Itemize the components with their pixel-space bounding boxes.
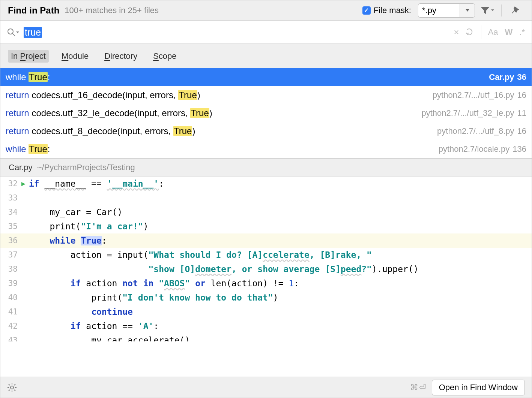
line-number: 40 — [0, 290, 21, 305]
code-line: 38 "show [O]dometer, or show average [S]… — [0, 262, 532, 276]
line-number: 38 — [0, 262, 21, 276]
search-history-button[interactable] — [7, 28, 19, 36]
file-mask-label: File mask: — [374, 6, 411, 15]
file-mask-dropdown-button[interactable] — [460, 4, 475, 17]
code-text: "show [O]dometer, or show average [S]pee… — [29, 262, 419, 276]
code-text: my_car.accelerate() — [29, 333, 190, 341]
match-count: 100+ matches in 25+ files — [65, 6, 159, 15]
run-gutter-icon[interactable]: ▶ — [21, 177, 29, 191]
code-text: continue — [29, 305, 133, 319]
scope-tabs: In ProjectModuleDirectoryScope — [0, 44, 532, 68]
line-number: 36 — [0, 233, 21, 248]
result-text: while True: — [6, 72, 489, 82]
result-text: while True: — [6, 144, 439, 154]
keyboard-shortcut-hint: ⌘⏎ — [410, 383, 427, 392]
result-text: return codecs.utf_32_le_decode(input, er… — [6, 108, 421, 118]
chevron-down-icon — [491, 9, 494, 11]
code-line: 41 continue — [0, 305, 532, 319]
svg-line-1 — [12, 33, 15, 36]
code-line: 34 my_car = Car() — [0, 205, 532, 219]
separator — [481, 25, 481, 39]
code-line: 42 if action == 'A': — [0, 319, 532, 333]
dialog-footer: ⌘⏎ Open in Find Window — [0, 377, 532, 398]
svg-line-7 — [9, 384, 10, 385]
code-line: 35 print("I'm a car!") — [0, 219, 532, 233]
code-line: 39 if action not in "ABOS" or len(action… — [0, 276, 532, 290]
line-number: 41 — [0, 305, 21, 319]
result-row[interactable]: return codecs.utf_16_decode(input, error… — [0, 86, 532, 104]
dialog-title: Find in Path — [8, 5, 59, 16]
chevron-down-icon — [466, 9, 469, 12]
result-row[interactable]: while True:python2.7/locale.py 136 — [0, 140, 532, 158]
svg-line-9 — [14, 384, 15, 385]
line-number: 39 — [0, 276, 21, 290]
line-number: 37 — [0, 248, 21, 262]
file-mask-value: *.py — [418, 4, 460, 17]
line-number: 34 — [0, 205, 21, 219]
words-toggle[interactable]: W — [505, 27, 513, 37]
search-input[interactable]: true — [24, 27, 454, 38]
result-row[interactable]: while True:Car.py 36 — [0, 68, 532, 86]
result-text: return codecs.utf_16_decode(input, error… — [6, 90, 433, 100]
code-text: if action not in "ABOS" or len(action) !… — [29, 276, 299, 290]
code-preview[interactable]: 32▶if __name__ == '__main__':3334 my_car… — [0, 177, 532, 377]
line-number: 42 — [0, 319, 21, 333]
search-input-value: true — [24, 27, 42, 38]
scope-tab[interactable]: Scope — [150, 50, 179, 63]
result-location: python2.7/locale.py 136 — [439, 144, 526, 154]
filter-button[interactable] — [479, 3, 495, 18]
code-line: 33 — [0, 191, 532, 205]
result-location: python2.7/.../utf_32_le.py 11 — [421, 108, 526, 118]
funnel-icon — [480, 6, 490, 15]
result-text: return codecs.utf_8_decode(input, errors… — [6, 126, 437, 136]
open-in-find-window-button[interactable]: Open in Find Window — [432, 380, 525, 395]
settings-button[interactable] — [7, 383, 17, 392]
clear-search-button[interactable]: × — [454, 27, 459, 37]
line-number: 33 — [0, 191, 21, 205]
file-mask-toggle[interactable]: ✓ File mask: — [362, 6, 411, 15]
file-mask-select[interactable]: *.py — [418, 3, 475, 18]
code-line: 40 print("I don't know how to do that") — [0, 290, 532, 305]
scope-tab[interactable]: In Project — [8, 50, 49, 63]
result-location: Car.py 36 — [489, 72, 526, 82]
result-location: python2.7/.../utf_8.py 16 — [437, 126, 526, 136]
dialog-header: Find in Path 100+ matches in 25+ files ✓… — [0, 0, 532, 21]
code-line: 37 action = input("What should I do? [A]… — [0, 248, 532, 262]
line-number: 32 — [0, 177, 21, 191]
chevron-down-icon — [16, 31, 19, 33]
code-text: if __name__ == '__main__': — [29, 177, 164, 191]
gear-icon — [7, 383, 17, 392]
search-icon — [7, 28, 15, 36]
svg-point-2 — [11, 386, 14, 389]
checkbox-checked-icon: ✓ — [362, 6, 371, 15]
pin-button[interactable] — [508, 3, 524, 18]
preview-header: Car.py ~/PycharmProjects/Testing — [0, 159, 532, 177]
code-text: action = input("What should I do? [A]cce… — [29, 248, 372, 262]
code-line: 32▶if __name__ == '__main__': — [0, 177, 532, 191]
svg-line-8 — [14, 390, 15, 391]
result-row[interactable]: return codecs.utf_32_le_decode(input, er… — [0, 104, 532, 122]
scope-tab[interactable]: Directory — [101, 50, 140, 63]
preview-filename: Car.py — [9, 163, 33, 172]
code-text: my_car = Car() — [29, 205, 122, 219]
regex-toggle[interactable]: .* — [519, 27, 525, 37]
code-text: print("I'm a car!") — [29, 219, 149, 233]
result-location: python2.7/.../utf_16.py 16 — [433, 90, 526, 100]
results-list: while True:Car.py 36return codecs.utf_16… — [0, 68, 532, 159]
match-case-toggle[interactable]: Aa — [488, 27, 498, 37]
code-line: 43 my_car.accelerate() — [0, 333, 532, 341]
search-field-row: true × Aa W .* — [0, 21, 532, 44]
svg-line-10 — [9, 390, 10, 391]
svg-point-0 — [8, 29, 13, 34]
code-line: 36 while True: — [0, 233, 532, 248]
code-text: print("I don't know how to do that") — [29, 290, 278, 305]
pin-icon — [512, 6, 520, 15]
result-row[interactable]: return codecs.utf_8_decode(input, errors… — [0, 122, 532, 140]
scope-tab[interactable]: Module — [59, 50, 92, 63]
new-line-icon[interactable] — [466, 28, 474, 36]
line-number: 43 — [0, 333, 21, 341]
code-text: while True: — [29, 233, 107, 248]
code-text: if action == 'A': — [29, 319, 159, 333]
separator — [501, 4, 502, 16]
preview-path: ~/PycharmProjects/Testing — [37, 163, 135, 172]
